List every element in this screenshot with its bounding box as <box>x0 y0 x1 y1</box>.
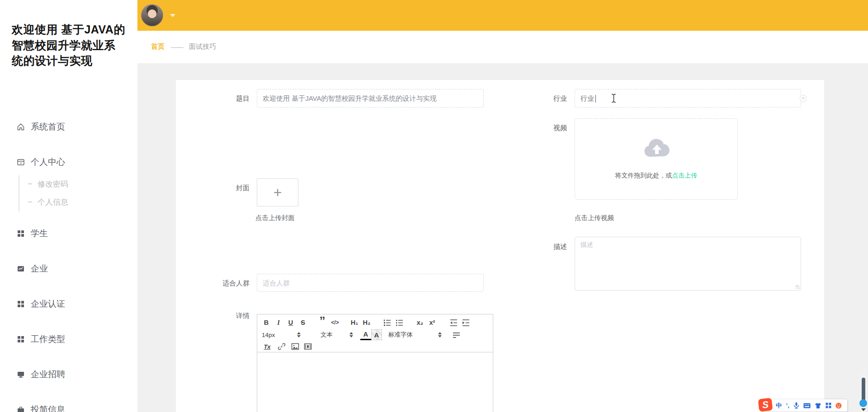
breadcrumb-separator: —— <box>171 43 183 51</box>
ime-punctuation-mode[interactable]: ’, <box>786 402 790 409</box>
title-label: 题目 <box>176 94 253 103</box>
textarea-resize-handle[interactable] <box>796 285 800 289</box>
sidebar-item-enterprise-recruit[interactable]: 企业招聘 <box>0 366 137 383</box>
picker-arrows-icon <box>297 332 301 337</box>
strikethrough-button[interactable]: S <box>297 317 308 328</box>
audience-label: 适合人群 <box>176 279 253 288</box>
industry-label: 行业 <box>493 94 571 103</box>
cover-label: 封面 <box>176 183 253 192</box>
superscript-button[interactable]: x² <box>427 317 438 328</box>
editor-toolbar: B I U S ” </> H₁ H₂ x₂ x² <box>257 314 493 352</box>
skin-shirt-icon[interactable] <box>815 403 821 409</box>
tree-dash-icon <box>28 183 32 184</box>
breadcrumb-bar: 首页 —— 面试技巧 <box>137 31 868 63</box>
rich-text-editor: B I U S ” </> H₁ H₂ x₂ x² <box>257 314 493 412</box>
user-avatar[interactable] <box>141 4 163 26</box>
sidebar-item-personal-info[interactable]: 个人信息 <box>28 195 68 209</box>
insert-video-button[interactable] <box>302 341 313 352</box>
detail-label: 详情 <box>176 311 253 320</box>
briefcase-icon <box>16 405 25 412</box>
cover-upload-hint: 点击上传封面 <box>255 214 295 222</box>
video-label: 视频 <box>493 123 571 132</box>
header-1-button[interactable]: H₁ <box>349 317 360 328</box>
monitor-icon <box>16 370 25 379</box>
tree-dash-icon <box>28 201 32 202</box>
sidebar-item-enterprise[interactable]: 企业 <box>0 260 137 277</box>
picker-arrows-icon <box>349 332 353 337</box>
breadcrumb-current: 面试技巧 <box>189 42 216 51</box>
emoji-icon[interactable] <box>835 403 842 409</box>
sidebar-item-job-types[interactable]: 工作类型 <box>0 331 137 348</box>
picker-arrows-icon <box>438 332 442 337</box>
clear-input-icon[interactable]: ✕ <box>800 95 807 102</box>
sidebar-item-enterprise-cert[interactable]: 企业认证 <box>0 295 137 313</box>
sidebar-item-personal-center[interactable]: 个人中心 <box>0 154 137 171</box>
bold-button[interactable]: B <box>261 317 272 328</box>
sidebar: 欢迎使用 基于JAVA的智慧校园升学就业系统的设计与实现 系统首页 个人中心 修… <box>0 0 137 412</box>
form-card: 题目 欢迎使用 基于JAVA的智慧校园升学就业系统的设计与实现 行业 行业 ✕ … <box>176 80 824 412</box>
video-upload-dropzone[interactable]: 将文件拖到此处，或点击上传 <box>575 118 738 200</box>
sidebar-item-resume-info[interactable]: 投简信息 <box>0 401 137 412</box>
home-icon <box>16 122 25 131</box>
description-textarea[interactable]: 描述 <box>575 237 801 290</box>
title-input[interactable]: 欢迎使用 基于JAVA的智慧校园升学就业系统的设计与实现 <box>257 89 484 108</box>
font-size-picker[interactable]: 14px <box>262 329 301 340</box>
top-navbar <box>137 0 868 31</box>
microphone-icon[interactable] <box>793 402 799 409</box>
indent-button[interactable] <box>460 317 471 328</box>
upload-cloud-icon <box>641 137 673 159</box>
avatar-dropdown-caret-icon[interactable] <box>170 14 175 17</box>
video-upload-hint: 点击上传视频 <box>575 214 614 222</box>
ordered-list-button[interactable] <box>382 317 392 328</box>
text-color-button[interactable]: A <box>360 329 371 340</box>
clean-format-button[interactable]: Tx <box>262 341 273 352</box>
code-block-button[interactable]: </> <box>330 317 340 328</box>
page-content: 题目 欢迎使用 基于JAVA的智慧校园升学就业系统的设计与实现 行业 行业 ✕ … <box>137 63 868 412</box>
outdent-button[interactable] <box>448 317 459 328</box>
italic-button[interactable]: I <box>273 317 284 328</box>
blockquote-button[interactable]: ” <box>317 315 328 326</box>
industry-input[interactable]: 行业 ✕ <box>575 89 801 108</box>
ime-toolbar: S 中 ’, <box>762 399 847 412</box>
scroll-down-arrow-icon[interactable] <box>861 408 866 411</box>
breadcrumb-home[interactable]: 首页 <box>151 42 165 51</box>
link-button[interactable] <box>276 341 287 352</box>
toolbox-grid-icon[interactable] <box>826 403 831 408</box>
ime-lang-mode[interactable]: 中 <box>776 402 782 410</box>
insert-image-button[interactable] <box>290 341 301 352</box>
subscript-button[interactable]: x₂ <box>415 317 425 328</box>
description-label: 描述 <box>493 242 571 251</box>
panel-icon <box>16 158 25 167</box>
grid-icon <box>16 300 25 309</box>
sogou-logo[interactable]: S <box>758 398 773 412</box>
upload-drag-hint: 将文件拖到此处，或点击上传 <box>575 172 737 180</box>
editor-content-area[interactable] <box>257 352 493 412</box>
text-caret <box>595 95 596 103</box>
ibeam-cursor-icon <box>611 94 616 103</box>
trend-chart-icon <box>16 264 25 273</box>
sidebar-item-change-password[interactable]: 修改密码 <box>28 177 68 191</box>
grid-icon <box>16 229 25 238</box>
background-color-button[interactable]: A <box>371 329 382 340</box>
upload-click-link[interactable]: 点击上传 <box>672 172 698 179</box>
sidebar-item-students[interactable]: 学生 <box>0 225 137 242</box>
scrollbar-ball[interactable] <box>859 399 867 407</box>
sidebar-item-home[interactable]: 系统首页 <box>0 118 137 136</box>
cover-upload-box[interactable]: + <box>257 178 298 206</box>
bullet-list-button[interactable] <box>394 317 405 328</box>
font-family-picker[interactable]: 标准字体 <box>388 329 442 340</box>
main-area: 首页 —— 面试技巧 题目 欢迎使用 基于JAVA的智慧校园升学就业系统的设计与… <box>137 0 868 412</box>
underline-button[interactable]: U <box>285 317 296 328</box>
header-2-button[interactable]: H₂ <box>361 317 372 328</box>
keyboard-icon[interactable] <box>803 403 811 408</box>
submenu-guide-line <box>19 175 19 211</box>
audience-input[interactable]: 适合人群 <box>257 274 484 292</box>
breadcrumb: 首页 —— 面试技巧 <box>151 42 216 51</box>
plus-icon: + <box>274 185 282 200</box>
app-title: 欢迎使用 基于JAVA的智慧校园升学就业系统的设计与实现 <box>12 22 127 69</box>
grid-icon <box>16 335 25 344</box>
paragraph-picker[interactable]: 文本 <box>321 329 353 340</box>
align-button[interactable] <box>451 329 462 340</box>
